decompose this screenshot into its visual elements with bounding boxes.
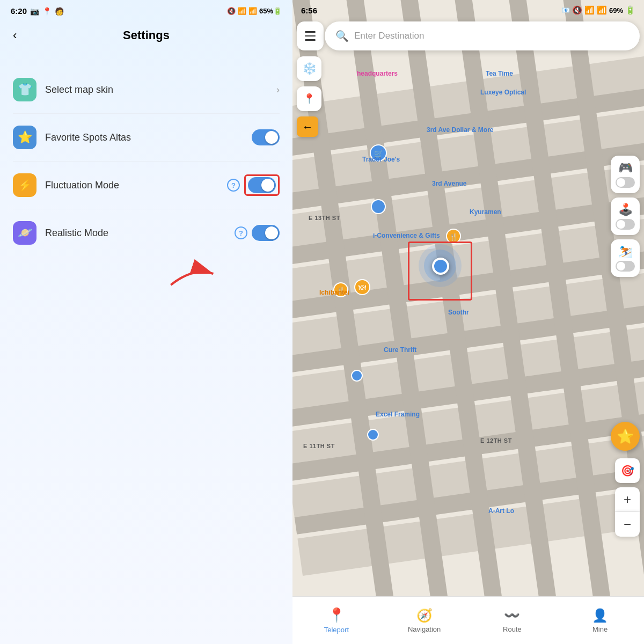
battery-left: 65%🔋 [259,7,282,15]
status-right-left: 🔇 📶 📶 65%🔋 [227,7,282,15]
zoom-in-button[interactable]: + [615,487,640,512]
joystick-btn[interactable]: 🕹️ [611,197,640,235]
realistic-help-icon[interactable]: ? [235,226,247,239]
label-luxeye: Luxeye Optical [480,89,526,96]
search-placeholder: Enter Destination [354,31,424,41]
email-icon: 📧 [562,6,570,14]
teleport-label: Teleport [324,626,349,634]
status-bar-right: 6:56 📧 🔇 📶 📶 69% 🔋 [292,0,644,18]
realistic-mode-icon: 🪐 [13,221,36,245]
fluctuation-mode-toggle[interactable] [248,177,276,193]
location-marker-button[interactable]: 📍 [297,86,321,111]
settings-item-map-skin[interactable]: 👕 Select map skin › [13,66,280,114]
star-float-button[interactable]: ⭐ [611,422,640,451]
nav-item-teleport[interactable]: 📍 Teleport [292,607,380,634]
game-toggle[interactable] [616,177,635,188]
realistic-toggle-container: ? [235,225,280,241]
search-icon: 🔍 [335,30,349,42]
zoom-buttons: + − [615,487,640,537]
zoom-out-button[interactable]: − [615,512,640,537]
realistic-mode-label: Realistic Mode [45,228,235,239]
left-float-buttons: ❄️ 📍 ← [297,56,321,137]
skating-btn[interactable]: ⛷️ [611,239,640,277]
snowflake-button[interactable]: ❄️ [297,56,321,81]
signal-icon-right: 📶 [597,5,607,15]
map-red-box-highlight [408,241,472,301]
label-ichibantei: Ichibantei [319,289,349,296]
skating-icon: ⛷️ [618,245,633,259]
svg-text:🍴: 🍴 [449,232,458,241]
label-trader-joes: Trader Joe's [362,156,400,163]
label-soothr: Soothr [448,309,469,316]
skating-toggle[interactable] [616,261,635,272]
joystick-icon: 🕹️ [618,203,633,217]
svg-point-31 [371,200,385,214]
favorite-spots-toggle[interactable] [252,129,280,145]
label-iconvenience: i-Convenience & Gifts [373,232,440,239]
teleport-icon: 📍 [328,607,345,624]
game-controller-btn[interactable]: 🎮 [611,156,640,193]
folder-back-button[interactable]: ← [297,116,318,137]
status-bar-left: 6:20 📷 📍 🧑 🔇 📶 📶 65%🔋 [0,0,292,20]
location-icon: 📍 [42,7,52,16]
search-bar[interactable]: 🔍 Enter Destination [325,21,640,50]
settings-header: ‹ Settings [0,20,292,55]
label-aart: A-Art Lo [488,507,514,515]
label-3rd-ave-dollar: 3rd Ave Dollar & More [427,126,493,134]
settings-item-realistic-mode: 🪐 Realistic Mode ? [13,209,280,257]
fluctuation-toggle-container: ? [227,174,280,196]
fluctuation-mode-icon: ⚡ [13,173,36,197]
navigation-label: Navigation [408,625,441,633]
realistic-mode-toggle[interactable] [252,225,280,241]
menu-button[interactable] [297,21,324,50]
wifi-icon: 📶 [238,7,246,15]
menu-line-1 [305,31,316,33]
signal-icon: 📶 [248,7,257,15]
fluctuation-help-icon[interactable]: ? [227,179,240,192]
map-panel: 6:56 📧 🔇 📶 📶 69% 🔋 🔍 Enter Destination [292,0,644,644]
map-skin-icon: 👕 [13,78,36,101]
game-icon: 🎮 [618,161,633,175]
svg-text:🍽: 🍽 [358,283,366,291]
navigation-icon: 🧭 [416,608,433,623]
fluctuation-toggle-highlight [244,174,280,196]
status-time-left: 6:20 📷 📍 🧑 [11,6,64,16]
map-skin-chevron: › [276,84,280,96]
mine-label: Mine [592,625,608,633]
settings-title: Settings [13,28,280,42]
label-headquarters: headquarters [357,70,398,77]
label-e12th: E 12TH ST [480,437,512,444]
settings-item-favorite-spots: ⭐ Favorite Spots Altas [13,114,280,162]
label-e11th: E 11TH ST [303,443,335,449]
favorite-spots-icon: ⭐ [13,126,36,149]
camera-icon: 📷 [30,7,39,16]
joystick-toggle[interactable] [616,219,635,230]
svg-point-25 [368,429,378,440]
label-cure-thrift: Cure Thrift [384,346,416,354]
back-button[interactable]: ‹ [13,28,17,42]
nav-item-navigation[interactable]: 🧭 Navigation [380,608,469,633]
status-icons-right: 📧 🔇 📶 📶 69% 🔋 [562,5,635,15]
mine-icon: 👤 [592,608,608,623]
label-3rd-avenue: 3rd Avenue [432,180,466,187]
route-label: Route [503,625,522,633]
compass-button[interactable]: 🎯 [615,458,640,483]
map-skin-label: Select map skin [45,84,276,96]
settings-panel: 6:20 📷 📍 🧑 🔇 📶 📶 65%🔋 ‹ Settings 👕 Selec… [0,0,292,644]
label-e13th: E 13TH ST [309,215,340,221]
time-right: 6:56 [301,6,317,15]
label-kyuramen: Kyuramen [470,208,501,216]
favorite-spots-label: Favorite Spots Altas [45,132,252,143]
person-icon: 🧑 [55,7,64,16]
nav-item-route[interactable]: 〰️ Route [469,608,557,633]
svg-point-26 [352,370,362,381]
label-tea-time: Tea Time [486,70,513,77]
bottom-nav: 📍 Teleport 🧭 Navigation 〰️ Route 👤 Mine [292,596,644,644]
fluctuation-mode-label: Fluctuation Mode [45,180,227,191]
wifi-icon-right: 📶 [584,5,595,15]
nav-item-mine[interactable]: 👤 Mine [556,608,644,633]
menu-line-2 [305,35,316,37]
map-background: 🍽 🛒 🍴 🍴 headquarters Tea Time Luxeye Opt… [292,0,644,596]
menu-line-3 [305,39,316,41]
mute-icon-right: 🔇 [572,5,582,15]
